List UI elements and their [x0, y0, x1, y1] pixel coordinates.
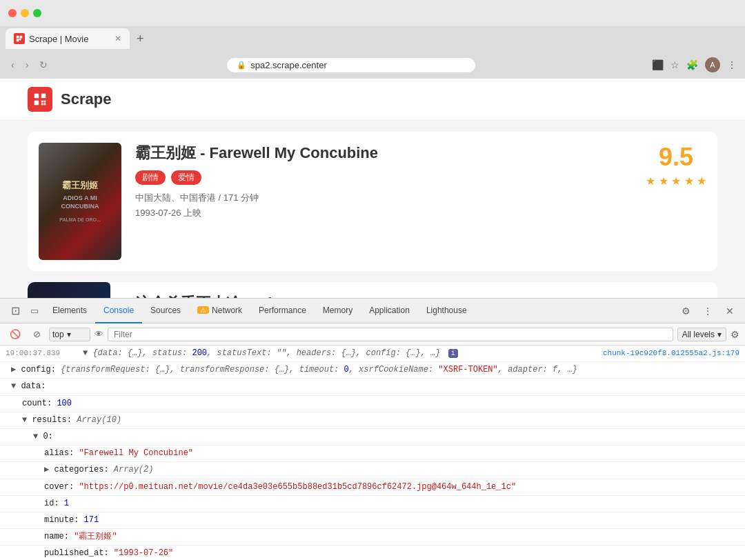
star-rating: ★ ★ ★ ★ ★	[646, 174, 706, 188]
tab-lighthouse[interactable]: Lighthouse	[418, 299, 475, 323]
page-content: Scrape 霸王别姬 ADIOS A MI CONCUBINA PALMA D…	[0, 79, 745, 298]
devtools-close-icon[interactable]: ✕	[720, 301, 739, 321]
address-bar: ‹ › ↻ 🔒 spa2.scrape.center ⬛ ☆ 🧩 A ⋮	[0, 51, 745, 79]
new-tab-button[interactable]: +	[132, 32, 148, 46]
network-warn-badge: ⚠	[197, 306, 209, 314]
site-name: Scrape	[61, 90, 111, 108]
movie-region-time: 中国大陆、中国香港 / 171 分钟	[135, 192, 632, 204]
close-button[interactable]	[8, 9, 17, 17]
console-filter-input[interactable]	[108, 328, 673, 341]
poster-letter: L	[61, 295, 77, 298]
inspect-element-icon[interactable]: ⊡	[6, 301, 25, 321]
tree-id-line: id: 1	[0, 496, 745, 512]
bookmark-icon[interactable]: ☆	[670, 59, 679, 70]
tab-bar: Scrape | Movie ✕ +	[0, 26, 745, 51]
fullscreen-button[interactable]	[33, 9, 41, 17]
log-content: ▼ {data: {…}, status: 200, statusText: "…	[83, 347, 603, 360]
devtools-settings-icon[interactable]: ⚙	[676, 301, 695, 321]
tag-love: 爱情	[171, 170, 201, 185]
triangle-item0[interactable]: ▼	[33, 432, 38, 441]
movie-card-2[interactable]: L 这个杀手不太冷 - Léon 9.5	[28, 282, 717, 298]
tree-cover-line: cover: "https://p0.meituan.net/movie/ce4…	[0, 479, 745, 496]
score-number: 9.5	[659, 143, 693, 172]
console-settings-icon[interactable]: ⚙	[731, 329, 739, 340]
context-selector[interactable]: top ▾	[49, 328, 90, 341]
movie-list: 霸王别姬 ADIOS A MI CONCUBINA PALMA DE ORO..…	[0, 132, 745, 298]
log-timestamp: 19:00:37.839	[6, 348, 74, 360]
tab-network[interactable]: ⚠ Network	[189, 299, 250, 323]
cast-icon[interactable]: ⬛	[652, 59, 664, 70]
minimize-button[interactable]	[21, 9, 29, 17]
movie-poster: 霸王别姬 ADIOS A MI CONCUBINA PALMA DE ORO..…	[39, 143, 121, 260]
tab-title: Scrape | Movie	[29, 34, 88, 44]
movie-tags: 剧情 爱情	[135, 170, 632, 185]
eye-icon[interactable]: 👁	[95, 329, 103, 339]
movie-score-2: 9.5	[661, 282, 717, 298]
menu-icon[interactable]: ⋮	[727, 59, 737, 70]
lock-icon: 🔒	[237, 61, 246, 70]
tree-item0-line: ▼ 0:	[0, 429, 745, 446]
devtools-tab-bar: ⊡ ▭ Elements Console Sources ⚠ Network P…	[0, 299, 745, 323]
tab-elements[interactable]: Elements	[44, 299, 95, 323]
tree-config-line: ▶ config: {transformRequest: {…}, transf…	[0, 362, 745, 379]
tree-categories-line: ▶ categories: Array(2)	[0, 462, 745, 479]
tree-name-line: name: "霸王别姬"	[0, 529, 745, 546]
site-header: Scrape	[0, 79, 745, 121]
clear-console-icon[interactable]: 🚫	[6, 328, 25, 341]
triangle-categories[interactable]: ▶	[44, 465, 49, 474]
devtools-panel: ⊡ ▭ Elements Console Sources ⚠ Network P…	[0, 298, 745, 560]
traffic-lights	[8, 9, 41, 17]
forward-button[interactable]: ›	[23, 57, 32, 73]
console-toolbar: 🚫 ⊘ top ▾ 👁 All levels ▾ ⚙	[0, 323, 745, 346]
browser-tab[interactable]: Scrape | Movie ✕	[6, 28, 130, 49]
tree-results-line: ▼ results: Array(10)	[0, 412, 745, 429]
tag-drama: 剧情	[135, 170, 166, 185]
movie-score: 9.5 ★ ★ ★ ★ ★	[646, 143, 706, 188]
refresh-button[interactable]: ↻	[37, 57, 50, 73]
tree-count-line: count: 100	[0, 396, 745, 412]
score-number-2: 9.5	[672, 293, 706, 298]
movie-card[interactable]: 霸王别姬 ADIOS A MI CONCUBINA PALMA DE ORO..…	[28, 132, 717, 271]
tree-published-line: published_at: "1993-07-26"	[0, 546, 745, 560]
tab-sources[interactable]: Sources	[142, 299, 189, 323]
devtools-more-icon[interactable]: ⋮	[698, 301, 717, 321]
triangle-results[interactable]: ▼	[22, 415, 27, 425]
console-line-response: 19:00:37.839 ▼ {data: {…}, status: 200, …	[0, 346, 745, 362]
url-text: spa2.scrape.center	[250, 60, 327, 70]
device-toggle-icon[interactable]: ▭	[25, 301, 44, 321]
tab-favicon	[14, 33, 25, 44]
movie-info: 霸王别姬 - Farewell My Concubine 剧情 爱情 中国大陆、…	[135, 143, 632, 222]
movie-title: 霸王别姬 - Farewell My Concubine	[135, 143, 632, 163]
tab-application[interactable]: Application	[361, 299, 418, 323]
tab-console[interactable]: Console	[95, 299, 142, 323]
tree-alias-line: alias: "Farewell My Concubine"	[0, 446, 745, 462]
url-bar[interactable]: 🔒 spa2.scrape.center	[227, 58, 475, 72]
movie-release-date: 1993-07-26 上映	[135, 207, 632, 219]
log-levels-selector[interactable]: All levels ▾	[677, 328, 726, 341]
config-content: ▶ config: {transformRequest: {…}, transf…	[11, 363, 739, 377]
extensions-icon[interactable]: 🧩	[686, 59, 698, 70]
stop-icon[interactable]: ⊘	[29, 328, 45, 341]
tree-minute-line: minute: 171	[0, 512, 745, 529]
browser-window: Scrape | Movie ✕ + ‹ › ↻ 🔒 spa2.scrape.c…	[0, 0, 745, 560]
console-output: 19:00:37.839 ▼ {data: {…}, status: 200, …	[0, 346, 745, 560]
tab-close-button[interactable]: ✕	[115, 34, 121, 43]
movie-info-2: 这个杀手不太冷 - Léon	[124, 282, 647, 298]
title-bar	[0, 0, 745, 26]
logo-icon	[28, 87, 52, 112]
triangle-config[interactable]: ▶	[11, 365, 16, 374]
triangle-data[interactable]: ▼	[11, 381, 16, 391]
log-source[interactable]: chunk-19c920f8.012555a2.js:179	[603, 348, 739, 360]
tree-toggle-root[interactable]: ▼	[83, 348, 88, 358]
movie-title-2: 这个杀手不太冷 - Léon	[135, 293, 636, 298]
back-button[interactable]: ‹	[8, 57, 17, 73]
tree-data-line: ▼ data:	[0, 379, 745, 395]
profile-avatar[interactable]: A	[705, 57, 720, 72]
movie-poster-2: L	[28, 282, 110, 298]
tab-performance[interactable]: Performance	[250, 299, 315, 323]
tab-memory[interactable]: Memory	[315, 299, 361, 323]
